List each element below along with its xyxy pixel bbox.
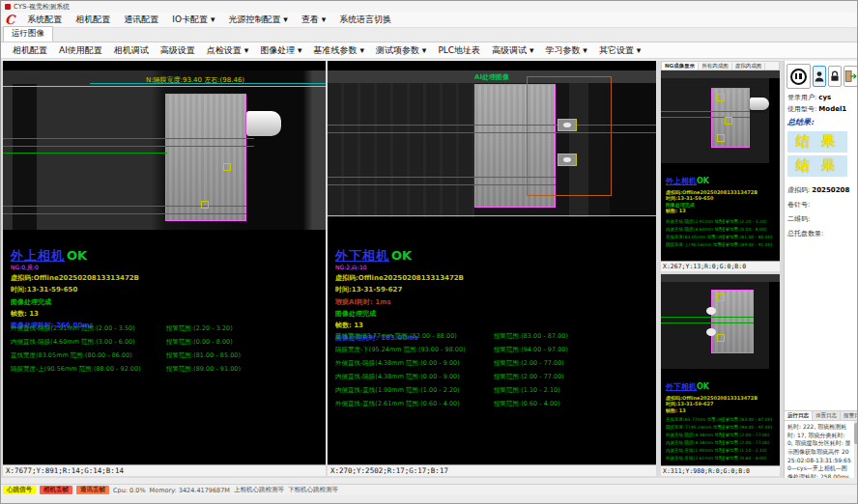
thumbnail-measurements: 直线宽度(83.77mm 范围:(82.00 - 88.00) 报警范围:(83… (666, 415, 776, 462)
thumbnail-view-upper[interactable]: 外上相机OK 虚拟码:Offline2025020813313472B 时间:1… (661, 70, 780, 271)
image-shadow-band (13, 84, 37, 230)
app-status-bar: 心跳信号 相机丢帧 通讯丢帧 Cpu: 0.0% Memory: 3424.41… (1, 484, 858, 495)
lock-icon (829, 70, 841, 83)
tab-run-log[interactable]: 运行日志 (785, 411, 813, 420)
result-text: 结 果 (796, 133, 840, 151)
image-top-band (661, 274, 780, 282)
tab-ng-display[interactable]: NG成像显示 (662, 63, 699, 70)
brand-logo-icon: C (5, 14, 14, 26)
measurement-value: 外侧直线-隔膜(4.38mm 范围:(0.00 - 9.00) (666, 433, 721, 437)
control-buttons (785, 61, 858, 91)
measurement-row: 外侧直线-隔膜(4.38mm 范围:(0.00 - 9.00) 报警范围:(2.… (666, 431, 776, 438)
result-indicator: 结 果 (787, 131, 847, 153)
menu-item[interactable]: 系统语言切换 (332, 14, 398, 26)
tab-virtual-images[interactable]: 虚拟内成图 (732, 63, 766, 70)
measurement-value: 隔膜宽度-上(90.56mm 范围:(88.00 - 92.00) (11, 365, 166, 374)
toolbar-item[interactable]: AI使用配置 (53, 44, 108, 57)
measurement-row: 隔膜宽度-下(95.24mm 范围:(93.00 - 98.00) 报警范围:(… (335, 343, 652, 356)
user-button[interactable] (813, 66, 826, 87)
defect-highlight (706, 328, 716, 336)
roi-marker (725, 117, 732, 125)
pause-button[interactable] (786, 64, 811, 89)
alarm-range: 报警范围:(81.00 - 85.00) (166, 351, 241, 360)
overlay-green-line (661, 322, 754, 323)
camera-image-lower[interactable]: AI处理图像 (328, 70, 656, 217)
toolbar-item[interactable]: 高级调试 ▾ (486, 44, 539, 57)
menu-item[interactable]: 光源控制配置 ▾ (221, 14, 294, 26)
model-field: 使用型号: Model1 (785, 102, 858, 114)
camera-title: 外下相机 (666, 382, 697, 391)
overlay-green-line (661, 117, 750, 118)
tab-row: 运行图像 (1, 28, 857, 42)
toolbar-item[interactable]: 图像处理 ▾ (254, 44, 307, 57)
overlay-green-line (661, 317, 754, 318)
toolbar-item[interactable]: 学习参数 ▾ (540, 44, 593, 57)
measurement-row: 直线宽度(83.05mm 范围:(80.00 - 86.00) 报警范围:(81… (11, 349, 322, 362)
frame-count-line: 帧数: 13 (666, 407, 758, 414)
measurement-list-upper: 外侧直线-隔膜(2.91mm 范围:(2.00 - 3.50) 报警范围:(2.… (11, 322, 322, 376)
toolbar-item[interactable]: 其它设置 ▾ (593, 44, 646, 57)
measurement-value: 外侧直线-隔膜(2.91mm 范围:(2.00 - 3.50) (666, 219, 721, 224)
toolbar-item[interactable]: 高级设置 (155, 44, 201, 57)
measurement-value: 直线宽度(83.77mm 范围:(82.00 - 88.00) (666, 417, 721, 422)
log-text: 耗时: 222, 瑕疵检测耗时: 17, 瑕疵分类耗时: 0, 瑕疵提取分区耗时… (785, 421, 858, 478)
thumbnail-view-lower[interactable]: 外下相机OK 虚拟码:Offline2025020813313472B 时间:1… (661, 274, 780, 476)
tab-run-image[interactable]: 运行图像 (3, 26, 53, 42)
measurement-list-lower: 直线宽度(83.77mm 范围:(82.00 - 88.00) 报警范围:(83… (335, 329, 652, 410)
toolbar-item[interactable]: 相机配置 (7, 44, 53, 57)
secondary-toolbar: 相机配置AI使用配置相机调试高级设置点检设置 ▾图像处理 ▾基准线参数 ▾测试项… (1, 42, 857, 59)
camera-result-text-lower: 外下相机OK NG:2,白:10 虚拟码:Offline202502081331… (335, 244, 464, 343)
overlay-green-line (3, 206, 246, 207)
camera-view-upper[interactable]: N:隔膜宽度:93.40 左右:(98.46) 外上相机OK NG:0,反:0 … (3, 61, 326, 476)
measurement-row: 外侧直线-直线(2.61mm 范围:(0.60 - 4.00) 报警范围:(0.… (335, 397, 652, 410)
alarm-range: 报警范围:(94.00 - 97.00) (721, 425, 772, 430)
camera-ok-status: OK (391, 247, 412, 265)
measurement-row: 隔膜宽度-上(90.56mm 范围:(88.00 - 92.00) 报警范围:(… (666, 240, 776, 248)
pixel-status-bar-lower: X:270;Y:2502;R:17;G:17;B:17 (328, 464, 656, 476)
tab-all-images[interactable]: 所有内成图 (699, 63, 732, 70)
menu-item[interactable]: 系统配置 (20, 14, 69, 26)
exit-button[interactable] (844, 66, 858, 87)
menu-item[interactable]: 相机配置 (69, 14, 117, 26)
toolbar-item[interactable]: PLC地址表 (432, 44, 486, 57)
user-icon (814, 70, 825, 83)
pause-icon (790, 69, 807, 85)
camera-result-text-upper: 外上相机OK NG:0,反:0 虚拟码:Offline2025020813313… (11, 244, 139, 331)
toolbar-item[interactable]: 点检设置 ▾ (201, 44, 254, 57)
camera-title: 外上相机 (666, 177, 697, 185)
camera-image-upper[interactable]: N:隔膜宽度:93.40 左右:(98.46) (3, 70, 326, 230)
overlay-green-line (3, 138, 254, 139)
ai-image-label: AI处理图像 (474, 72, 509, 82)
log-scrollbar[interactable] (854, 421, 858, 478)
log-scroll-thumb[interactable] (854, 423, 858, 444)
toolbar-item[interactable]: 基准线参数 ▾ (308, 44, 370, 57)
alarm-range: 报警范围:(89.00 - 91.00) (721, 242, 772, 247)
menu-item[interactable]: IO卡配置 ▾ (165, 14, 221, 26)
title-bar: CYS-视觉检测系统 (1, 1, 857, 13)
toolbar-item[interactable]: 测试项参数 ▾ (370, 44, 432, 57)
roi-orange-rect (527, 76, 612, 196)
time-line: 时间:13-31-59-650 (11, 286, 139, 294)
measurement-value: 内侧直线-隔膜(4.38mm 范围:(0.00 - 9.00) (335, 373, 494, 381)
roi-marker (223, 163, 231, 171)
result-indicator: 结 果 (787, 155, 847, 177)
toolbar-item[interactable]: 相机调试 (108, 44, 155, 57)
measurement-value: 直线宽度(83.05mm 范围:(80.00 - 86.00) (666, 235, 721, 239)
camera-title: 外下相机 (335, 248, 389, 263)
menu-item[interactable]: 查看 ▾ (295, 14, 332, 26)
image-top-band (661, 70, 780, 78)
thumbnail-measurements: 外侧直线-隔膜(2.91mm 范围:(2.00 - 3.50) 报警范围:(2.… (666, 217, 776, 248)
heartbeat-badge: 心跳信号 (3, 486, 36, 494)
camera-view-lower[interactable]: AI处理图像 外下相机OK NG:2,白:10 虚拟码:Offline20250… (328, 61, 656, 476)
tab-alarm-log[interactable]: 报警日志 (841, 411, 858, 420)
tab-settings-log[interactable]: 设置日志 (813, 411, 841, 420)
menu-item[interactable]: 通讯配置 (117, 14, 165, 26)
measurement-value: 内侧直线-直线(1.90mm 范围:(1.00 - 2.20) (335, 386, 494, 395)
log-body[interactable]: 耗时: 222, 瑕疵检测耗时: 17, 瑕疵分类耗时: 0, 瑕疵提取分区耗时… (785, 421, 858, 478)
overlay-green-line (3, 213, 246, 214)
measurement-row: 直线宽度(83.77mm 范围:(82.00 - 88.00) 报警范围:(83… (335, 329, 652, 343)
info-field-label: 总托盘数量: (787, 229, 823, 238)
lock-button[interactable] (828, 66, 842, 87)
measurement-row: 外侧直线-直线(2.61mm 范围:(0.60 - 4.00) 报警范围:(0.… (666, 454, 776, 462)
pixel-status-bar-upper: X:7677;Y:891;R:14;G:14;B:14 (3, 464, 326, 476)
